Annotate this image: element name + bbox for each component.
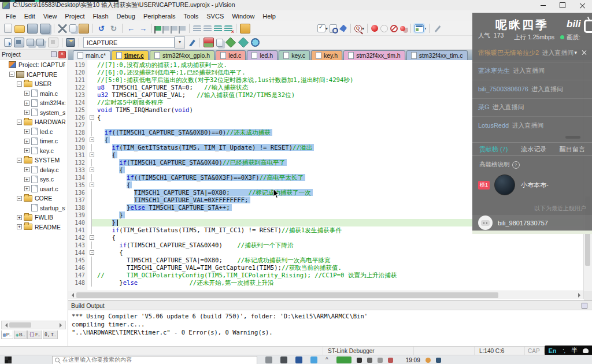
fold-marker-icon[interactable]: − <box>90 115 94 120</box>
tree-item-main-c[interactable]: +main.c <box>0 89 65 99</box>
code-line[interactable]: 146 TIM5CH1_CAPTURE_VAL=TIM_GetCapture1(… <box>68 264 584 272</box>
editor-tab-led-h[interactable]: led.h <box>247 50 278 60</box>
chat-username[interactable]: 菜G <box>478 103 490 112</box>
chat-username[interactable]: 蓝冰寒先生 <box>478 66 510 75</box>
cut-icon[interactable] <box>58 24 67 33</box>
target-options-icon[interactable] <box>188 39 196 46</box>
resize-handle[interactable] <box>565 136 580 139</box>
rank-help[interactable]: 高能榜说明 ? <box>479 161 520 169</box>
chat-username[interactable]: 雷猴暖巴无情哈拉少2 <box>478 49 539 57</box>
net-speed-widget[interactable] <box>336 356 352 363</box>
ime-width-mode[interactable]: 半 <box>571 346 578 355</box>
ime-icon[interactable] <box>583 348 589 353</box>
close-button[interactable] <box>572 0 592 10</box>
fold-marker-icon[interactable]: − <box>90 250 94 255</box>
tree-item-timer-c[interactable]: +timer.c <box>0 136 65 146</box>
menu-project[interactable]: Project <box>61 12 88 21</box>
expander-icon[interactable]: + <box>24 101 29 106</box>
tree-item-led-c[interactable]: +led.c <box>0 127 65 137</box>
scroll-left-icon[interactable] <box>3 323 8 328</box>
fold-marker-icon[interactable]: − <box>90 153 94 157</box>
menu-tools[interactable]: Tools <box>180 12 203 21</box>
find-icon[interactable] <box>354 25 362 32</box>
ime-punctuation[interactable]: ’, <box>563 348 566 354</box>
menu-window[interactable]: Window <box>228 12 258 21</box>
expander-icon[interactable]: + <box>24 148 29 153</box>
editor-hscrollbar[interactable] <box>68 291 584 299</box>
indent-icon[interactable] <box>193 25 201 32</box>
tray-icon[interactable] <box>388 358 393 363</box>
code-line[interactable]: 145 TIM5CH1_CAPTURE_STA|=0X80; //标记成功捕获到… <box>68 257 584 264</box>
fold-column[interactable]: − <box>89 166 95 174</box>
tray-icon[interactable] <box>436 358 441 363</box>
printer-app-icon[interactable] <box>265 356 272 363</box>
rebuild-all-icon[interactable] <box>27 39 34 46</box>
expander-icon[interactable]: + <box>24 139 29 144</box>
window-layout-icon[interactable] <box>415 24 424 32</box>
pin-icon[interactable] <box>582 303 587 309</box>
open-file-icon[interactable] <box>14 25 25 33</box>
tree-item-delay-c[interactable]: +delay.c <box>0 165 65 175</box>
expander-icon[interactable]: − <box>17 120 22 125</box>
target-select-dropdown[interactable]: ▾ <box>175 36 185 49</box>
ime-bar[interactable]: En ’, 半 <box>545 346 592 355</box>
menu-flash[interactable]: Flash <box>89 12 113 21</box>
editor-tab-main-c[interactable]: main.c* <box>73 50 110 60</box>
manage-components-icon[interactable] <box>204 38 214 47</box>
editor-tab-stm32f4xx-tim-c[interactable]: stm32f4xx_tim.c <box>406 50 468 60</box>
editor-tab-timer-c[interactable]: timer.c <box>112 50 149 60</box>
kill-breakpoints-icon[interactable] <box>390 25 398 32</box>
volume-app-icon[interactable] <box>280 356 287 363</box>
expander-icon[interactable]: + <box>24 177 29 182</box>
breakpoint-list-icon[interactable] <box>400 26 405 31</box>
word-app-icon[interactable] <box>295 356 302 363</box>
expander-icon[interactable]: + <box>24 186 29 191</box>
editor-tab-key-c[interactable]: key.c <box>279 50 310 60</box>
expander-icon[interactable]: − <box>17 196 22 201</box>
redo-icon[interactable]: ↻ <box>109 24 119 33</box>
disable-breakpoint-icon[interactable] <box>380 25 388 32</box>
menu-debug[interactable]: Debug <box>113 12 139 21</box>
fold-marker-icon[interactable]: − <box>90 235 94 240</box>
scroll-thumb[interactable] <box>76 292 498 298</box>
tree-item-system[interactable]: −SYSTEM <box>0 155 65 165</box>
navigate-forward-icon[interactable]: → <box>138 24 148 33</box>
panel-tab-t[interactable]: 0,T.. <box>43 330 58 339</box>
overlay-tab-item[interactable]: 醒目留言 <box>560 145 585 154</box>
tree-item-startup-stn[interactable]: startup_stn <box>0 203 65 213</box>
fold-column[interactable]: − <box>89 136 95 144</box>
build-target-icon[interactable] <box>14 38 24 47</box>
overlay-tab-7[interactable]: 贡献榜 (7) <box>479 145 508 154</box>
expander-icon[interactable]: + <box>17 215 22 220</box>
fold-marker-icon[interactable]: − <box>90 168 94 172</box>
insert-breakpoint-icon[interactable] <box>371 25 378 32</box>
minimize-button[interactable] <box>533 0 553 10</box>
panel-tab-b[interactable]: ◉B.. <box>14 330 27 339</box>
target-select[interactable]: ICAPTURE <box>83 37 175 48</box>
copy-icon[interactable] <box>69 24 76 32</box>
fold-column[interactable]: − <box>89 114 95 121</box>
expander-icon[interactable]: + <box>24 110 29 115</box>
chat-username[interactable]: LotusRedd <box>478 122 509 129</box>
menu-peripherals[interactable]: Peripherals <box>139 12 180 21</box>
comment-selection-icon[interactable] <box>214 25 222 32</box>
tree-item-stm32f4xx[interactable]: +stm32f4xx_ <box>0 98 65 108</box>
new-file-icon[interactable] <box>4 24 12 33</box>
translate-file-icon[interactable] <box>4 38 12 47</box>
expander-icon[interactable]: − <box>17 81 22 87</box>
project-panel-hscrollbar[interactable] <box>1 321 66 329</box>
taskbar-clock[interactable]: 19:09 <box>406 357 420 363</box>
panel-tab-f[interactable]: {}F.. <box>27 330 42 339</box>
find-in-files-icon[interactable] <box>330 24 337 33</box>
books-icon[interactable] <box>240 24 250 34</box>
tree-item-sys-c[interactable]: +sys.c <box>0 174 65 184</box>
file-extensions-icon[interactable] <box>216 39 223 47</box>
batch-build-icon[interactable] <box>36 39 44 46</box>
scroll-right-icon[interactable] <box>60 323 64 328</box>
dropdown-icon[interactable]: ▾ <box>574 50 577 55</box>
tree-item-core[interactable]: −CORE <box>0 194 65 203</box>
menu-help[interactable]: Help <box>258 12 280 21</box>
clear-bookmarks-icon[interactable] <box>180 26 186 31</box>
ime-language[interactable]: En <box>548 347 556 354</box>
code-line[interactable]: 142− { <box>68 234 584 242</box>
